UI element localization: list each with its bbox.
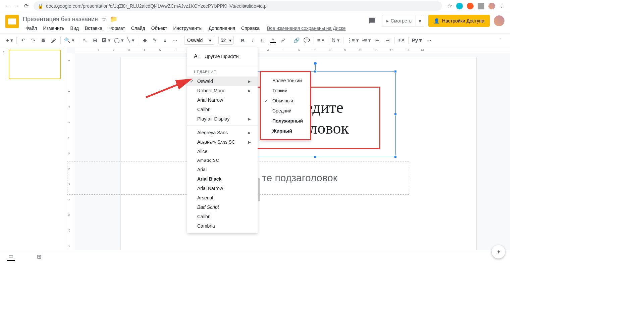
menu-arrange[interactable]: Объект — [149, 24, 170, 32]
more-button[interactable]: ⋯ — [424, 36, 433, 45]
resize-handle[interactable] — [394, 155, 397, 158]
slides-logo[interactable] — [5, 15, 19, 28]
nav-back-button[interactable]: ← — [3, 1, 12, 11]
more-fonts-item[interactable]: A₊ Другие шрифты — [187, 50, 258, 63]
font-item[interactable]: Arial Narrow — [187, 184, 258, 193]
nav-reload-button[interactable]: ⟳ — [21, 1, 31, 11]
extension-icon-1[interactable] — [456, 3, 463, 9]
menu-slide[interactable]: Слайд — [128, 24, 148, 32]
shape-tool[interactable]: ◯ ▾ — [113, 36, 125, 45]
font-item[interactable]: Arsenal — [187, 193, 258, 202]
font-family-selector[interactable]: Oswald▾ — [184, 36, 214, 45]
menu-view[interactable]: Вид — [68, 24, 82, 32]
font-item-recent[interactable]: Playfair Display▶ — [187, 114, 258, 124]
menu-edit[interactable]: Изменить — [40, 24, 67, 32]
font-item-recent[interactable]: Calibri — [187, 105, 258, 114]
chrome-menu-icon[interactable]: ⋮ — [499, 3, 504, 9]
menu-addons[interactable]: Дополнения — [206, 24, 238, 32]
menu-file[interactable]: Файл — [23, 24, 40, 32]
folder-icon[interactable]: 📁 — [110, 15, 117, 23]
slide-filmstrip[interactable]: 1 — [0, 47, 67, 263]
input-tools-button[interactable]: Pу ▾ — [411, 36, 424, 45]
print-button[interactable]: 🖶 — [39, 36, 48, 45]
present-button[interactable]: ▸Смотреть ▾ — [382, 15, 424, 27]
undo-button[interactable]: ↶ — [19, 36, 28, 45]
extension-icon-2[interactable] — [467, 3, 474, 9]
border-color-button[interactable]: ✎ — [150, 36, 160, 45]
user-avatar[interactable] — [494, 15, 504, 26]
document-title[interactable]: Презентация без названия — [23, 16, 98, 23]
resize-handle[interactable] — [314, 70, 317, 73]
menu-insert[interactable]: Вставка — [82, 24, 105, 32]
line-tool[interactable]: ╲ ▾ — [126, 36, 136, 45]
link-button[interactable]: 🔗 — [292, 36, 302, 45]
font-item-recent[interactable]: Roboto Mono▶ — [187, 86, 258, 95]
font-item[interactable]: Calibri — [187, 212, 258, 221]
underline-button[interactable]: U — [258, 36, 268, 45]
star-icon[interactable]: ☆ — [101, 15, 107, 23]
resize-handle[interactable] — [314, 155, 317, 158]
font-item[interactable]: Cambria — [187, 221, 258, 231]
rotate-handle[interactable] — [314, 62, 317, 65]
decrease-indent-button[interactable]: ⇤ — [373, 36, 382, 45]
font-weight-item[interactable]: ✓Обычный — [261, 96, 310, 106]
menu-scrollbar[interactable] — [258, 178, 260, 201]
text-color-button[interactable]: A — [268, 36, 278, 45]
font-weight-item[interactable]: Тонкий — [261, 86, 310, 96]
nav-forward-button[interactable]: → — [12, 1, 21, 11]
slide-thumbnail[interactable] — [9, 50, 61, 79]
align-button[interactable]: ≡ ▾ — [316, 36, 326, 45]
font-item[interactable]: Amatic SC — [187, 156, 258, 165]
font-item[interactable]: Arial Black — [187, 174, 258, 184]
menu-format[interactable]: Формат — [106, 24, 128, 32]
border-dash-button[interactable]: ⋯ — [170, 36, 180, 45]
star-icon[interactable]: ☆ — [447, 3, 452, 9]
italic-button[interactable]: I — [248, 36, 258, 45]
comment-button[interactable]: 💬 — [302, 36, 312, 45]
bullet-list-button[interactable]: •≡ ▾ — [361, 36, 372, 45]
font-size-selector[interactable]: 52▾ — [218, 36, 234, 45]
select-tool[interactable]: ↖ — [80, 36, 90, 45]
comments-button[interactable] — [366, 15, 378, 27]
resize-handle[interactable] — [394, 113, 397, 115]
fill-color-button[interactable]: ◆ — [140, 36, 150, 45]
bold-button[interactable]: B — [238, 36, 248, 45]
extension-icon-3[interactable] — [478, 3, 484, 9]
share-button[interactable]: 👤 Настройки Доступа — [428, 15, 490, 27]
menu-help[interactable]: Справка — [238, 24, 262, 32]
font-item[interactable]: Arial — [187, 165, 258, 174]
font-item-recent[interactable]: Arial Narrow — [187, 95, 258, 105]
present-dropdown[interactable]: ▾ — [416, 15, 424, 27]
font-item-recent[interactable]: ✓Oswald▶ — [187, 77, 258, 86]
filmstrip-view-button[interactable]: ▭ — [7, 253, 15, 261]
font-weight-item[interactable]: Средний — [261, 106, 310, 116]
slide-thumb-1[interactable]: 1 — [3, 50, 64, 79]
resize-handle[interactable] — [394, 70, 397, 73]
border-weight-button[interactable]: ≡ — [160, 36, 170, 45]
collapse-toolbar-button[interactable]: ˆ — [496, 36, 505, 45]
menu-tools[interactable]: Инструменты — [170, 24, 205, 32]
increase-indent-button[interactable]: ⇥ — [383, 36, 392, 45]
numbered-list-button[interactable]: ⋮≡ ▾ — [345, 36, 360, 45]
font-weight-item[interactable]: Более тонкий — [261, 76, 310, 86]
redo-button[interactable]: ↷ — [29, 36, 38, 45]
font-weight-item[interactable]: Жирный — [261, 126, 310, 136]
profile-avatar-icon[interactable] — [488, 3, 495, 9]
font-item[interactable]: Alice — [187, 147, 258, 156]
paint-format-button[interactable]: 🖌 — [49, 36, 58, 45]
clear-format-button[interactable]: T✕ — [397, 36, 406, 45]
font-item[interactable]: Bad Script — [187, 202, 258, 212]
font-item[interactable]: Alegreya Sans SC▶ — [187, 137, 258, 147]
font-family-menu[interactable]: A₊ Другие шрифты НЕДАВНИЕ ✓Oswald▶Roboto… — [187, 47, 258, 233]
textbox-tool[interactable]: ⊞ — [90, 36, 100, 45]
highlight-button[interactable]: 🖊 — [278, 36, 288, 45]
explore-button[interactable]: ✦ — [492, 245, 505, 258]
line-spacing-button[interactable]: ⇅ ▾ — [330, 36, 341, 45]
new-slide-button[interactable]: + ▾ — [5, 36, 14, 45]
zoom-button[interactable]: 🔍 ▾ — [63, 36, 76, 45]
font-weight-submenu[interactable]: Более тонкийТонкий✓ОбычныйСреднийПолужир… — [260, 71, 311, 140]
grid-view-button[interactable]: ⊞ — [35, 253, 43, 261]
image-tool[interactable]: 🖼 ▾ — [100, 36, 112, 45]
save-status[interactable]: Все изменения сохранены на Диске — [267, 24, 346, 32]
font-weight-item[interactable]: Полужирный — [261, 116, 310, 126]
